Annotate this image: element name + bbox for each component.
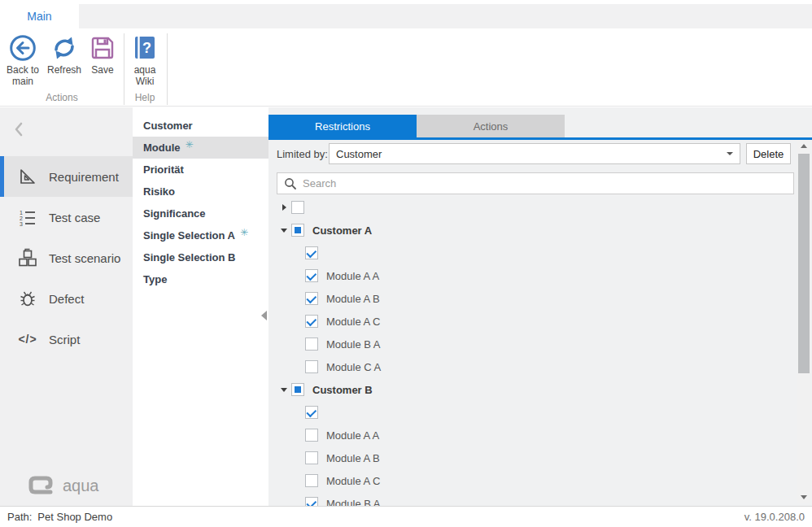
tree-label: Module A A [326, 429, 379, 442]
checkbox-checked[interactable] [305, 269, 318, 282]
limited-by-row: Limited by: Customer Delete [268, 143, 812, 165]
field-label: Priorität [143, 163, 184, 176]
checkbox-unchecked[interactable] [305, 451, 318, 464]
app-window: Main Back to main Refresh [0, 0, 812, 527]
checkbox-unchecked[interactable] [305, 338, 318, 351]
field-list: Customer Module ✳ Priorität Risiko Signi… [133, 107, 268, 506]
tree-row[interactable]: Module A A [268, 424, 794, 446]
tree-label: Module A C [326, 475, 381, 487]
aqua-wiki-button[interactable]: ? aqua Wiki [127, 32, 163, 87]
search-icon [284, 177, 297, 190]
field-item-single-selection-a[interactable]: Single Selection A ✳ [133, 224, 268, 246]
vertical-scrollbar[interactable] [797, 140, 810, 503]
tree-row[interactable]: Module B A [268, 333, 794, 355]
nav-item-test-case[interactable]: 1 2 3 Test case [0, 197, 133, 237]
tree-row[interactable] [268, 401, 794, 424]
tree-label: Module A B [326, 452, 380, 464]
splitter-collapse-handle[interactable] [261, 311, 267, 320]
checkbox-checked[interactable] [305, 292, 318, 305]
field-label: Module [143, 142, 181, 154]
ribbon-separator [167, 33, 168, 105]
field-item-prioritaet[interactable]: Priorität [133, 159, 268, 181]
tree-label: Module A B [326, 293, 380, 305]
checkbox-checked[interactable] [305, 315, 318, 328]
refresh-button[interactable]: Refresh [46, 32, 83, 76]
scrollbar-thumb[interactable] [798, 154, 810, 373]
scroll-down-icon[interactable] [797, 491, 810, 503]
aqua-logo-text: aqua [63, 477, 99, 495]
scroll-up-icon[interactable] [797, 140, 810, 151]
aqua-logo-icon [28, 475, 55, 496]
nav-item-script[interactable]: </> Script [0, 319, 133, 359]
nav-item-label: Test case [49, 211, 100, 224]
modified-asterisk-icon: ✳ [240, 227, 248, 238]
checkbox-unchecked[interactable] [305, 429, 318, 442]
left-nav: Requirement 1 2 3 Test case [0, 107, 133, 506]
tree-row[interactable] [268, 196, 794, 219]
tree-label: Module A A [326, 270, 379, 282]
checkbox-checked[interactable] [305, 406, 318, 419]
chevron-left-icon [13, 120, 24, 138]
tree-row[interactable]: Module A C [268, 469, 794, 492]
code-icon: </> [16, 333, 39, 346]
ribbon-tab-main[interactable]: Main [0, 4, 79, 28]
tab-label: Restrictions [315, 120, 370, 133]
tree-row[interactable]: Module C A [268, 355, 794, 378]
checkbox-unchecked[interactable] [305, 360, 318, 373]
save-button[interactable]: Save [85, 32, 120, 76]
field-item-risiko[interactable]: Risiko [133, 181, 268, 203]
search-input[interactable] [303, 177, 787, 189]
field-item-significance[interactable]: Significance [133, 203, 268, 224]
checkbox-indeterminate[interactable] [291, 224, 304, 237]
tree-label: Module B A [326, 338, 381, 351]
nav-item-defect[interactable]: Defect [0, 278, 133, 319]
delete-button-label: Delete [753, 148, 784, 160]
svg-text:2: 2 [20, 216, 23, 221]
checkbox-unchecked[interactable] [291, 201, 304, 214]
field-item-single-selection-b[interactable]: Single Selection B [133, 246, 268, 268]
modified-asterisk-icon: ✳ [186, 139, 194, 150]
nav-collapse-button[interactable] [13, 120, 24, 142]
checkbox-indeterminate[interactable] [291, 383, 304, 396]
tree-label: Module B A [326, 498, 381, 507]
checkbox-checked[interactable] [305, 246, 318, 259]
version-label: v. 19.0.208.0 [744, 511, 805, 523]
tab-restrictions[interactable]: Restrictions [268, 115, 417, 137]
content-area: Requirement 1 2 3 Test case [0, 107, 812, 506]
tree-row[interactable]: Module A C [268, 310, 794, 333]
tab-label: Actions [474, 120, 509, 133]
field-item-type[interactable]: Type [133, 268, 268, 290]
tree-row[interactable]: Module A A [268, 264, 794, 287]
nav-item-requirement[interactable]: Requirement [0, 156, 133, 197]
tab-actions[interactable]: Actions [417, 115, 565, 137]
numbered-list-icon: 1 2 3 [16, 207, 39, 227]
nav-item-test-scenario[interactable]: Test scenario [0, 237, 133, 278]
delete-button[interactable]: Delete [746, 143, 791, 164]
expander-expanded-icon[interactable] [280, 385, 290, 394]
ribbon: Back to main Refresh [0, 28, 812, 107]
ribbon-tabstrip: Main [0, 0, 812, 28]
tree-row[interactable]: Module B A [268, 492, 794, 506]
back-to-main-label: Back to main [2, 64, 44, 87]
checkbox-unchecked[interactable] [305, 474, 318, 487]
tree-row[interactable]: Module A B [268, 446, 794, 469]
back-to-main-button[interactable]: Back to main [2, 32, 44, 87]
tree-label: Module C A [326, 361, 381, 373]
expander-collapsed-icon[interactable] [280, 203, 290, 212]
refresh-label: Refresh [46, 64, 83, 76]
ribbon-group-help: Help [124, 92, 165, 103]
tree-row[interactable] [268, 242, 794, 264]
tree-row[interactable]: Module A B [268, 287, 794, 310]
nav-item-label: Requirement [49, 170, 119, 184]
tree-row[interactable]: Customer A [268, 219, 794, 242]
field-item-customer[interactable]: Customer [133, 115, 268, 137]
field-label: Risiko [143, 185, 175, 198]
nav-item-label: Script [49, 333, 80, 346]
ribbon-group-actions: Actions [2, 92, 122, 103]
limited-by-combobox[interactable]: Customer [329, 143, 740, 164]
checkbox-checked[interactable] [305, 497, 318, 506]
field-item-module[interactable]: Module ✳ [133, 137, 268, 159]
expander-expanded-icon[interactable] [280, 225, 290, 235]
tree-row[interactable]: Customer B [268, 378, 794, 401]
tree-label: Customer A [312, 224, 372, 237]
